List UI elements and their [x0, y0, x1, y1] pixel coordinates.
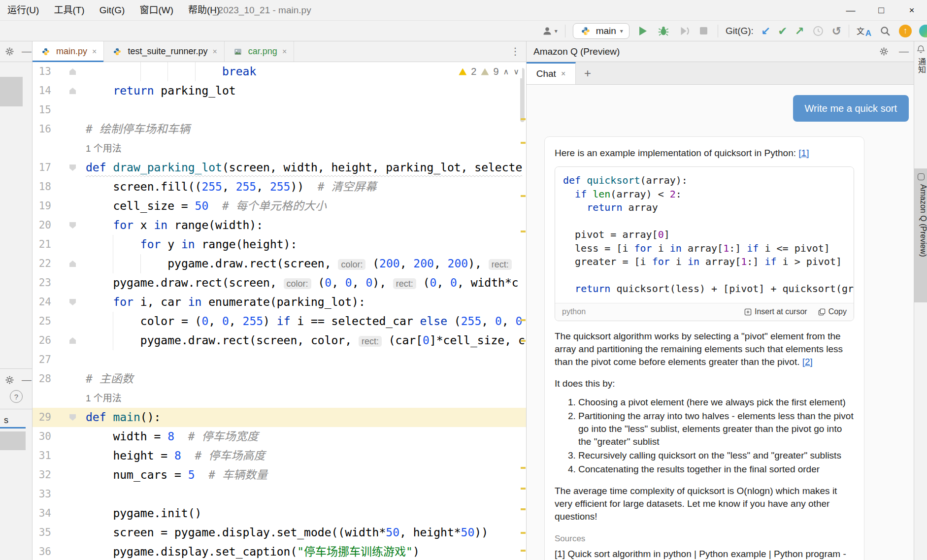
gutter[interactable]: [54, 81, 86, 100]
plugin-icon[interactable]: [919, 25, 927, 37]
gutter[interactable]: [54, 523, 86, 542]
gutter[interactable]: [54, 120, 86, 139]
git-commit-button[interactable]: ✔: [778, 25, 787, 37]
gear-icon[interactable]: [877, 45, 890, 58]
new-chat-tab-button[interactable]: +: [576, 62, 599, 84]
help-icon[interactable]: ?: [10, 390, 23, 403]
fold-marker-icon[interactable]: [69, 299, 76, 305]
user-account-button[interactable]: ▾: [541, 25, 558, 37]
gutter[interactable]: [54, 408, 86, 427]
history-clock-icon[interactable]: [812, 25, 825, 37]
error-stripe-mark[interactable]: [521, 550, 526, 552]
error-stripe-mark[interactable]: [521, 142, 526, 144]
code-text[interactable]: # 主函数: [86, 369, 526, 389]
tab-test-suite-runner-py[interactable]: test_suite_runner.py ×: [104, 41, 224, 62]
close-icon[interactable]: ×: [212, 47, 217, 56]
error-stripe-mark[interactable]: [521, 340, 526, 342]
hide-panel-icon[interactable]: —: [22, 46, 32, 57]
fold-marker-icon[interactable]: [69, 68, 76, 75]
code-text[interactable]: num_cars = 5 # 车辆数量: [86, 465, 526, 485]
gutter[interactable]: [54, 158, 86, 177]
code-text[interactable]: for x in range(width):: [86, 216, 526, 235]
code-text[interactable]: 1 个用法: [86, 139, 526, 158]
fold-marker-icon[interactable]: [69, 414, 76, 421]
code-text[interactable]: screen = pygame.display.set_mode((width*…: [86, 523, 526, 542]
toolwindow-tab-notifications[interactable]: 通知: [914, 58, 927, 73]
error-stripe-mark[interactable]: [521, 532, 526, 534]
rollback-button[interactable]: ↺: [832, 25, 841, 37]
gutter[interactable]: [54, 197, 86, 216]
gutter[interactable]: [54, 216, 86, 235]
error-stripe-mark[interactable]: [521, 195, 526, 197]
error-stripe-mark[interactable]: [521, 508, 526, 510]
gutter[interactable]: [54, 369, 86, 389]
fold-marker-icon[interactable]: [69, 165, 76, 171]
close-icon[interactable]: ×: [561, 69, 565, 78]
gutter[interactable]: [54, 331, 86, 350]
citation-link-2[interactable]: [2]: [802, 357, 813, 367]
gutter[interactable]: [54, 427, 86, 446]
code-text[interactable]: cell_size = 50 # 每个单元格的大小: [86, 197, 526, 216]
menu-run[interactable]: 运行(U): [0, 0, 46, 21]
gutter[interactable]: [54, 177, 86, 197]
gutter[interactable]: [54, 485, 86, 504]
fold-marker-icon[interactable]: [69, 222, 76, 229]
code-text[interactable]: def draw_parking_lot(screen, width, heig…: [86, 158, 526, 177]
gutter[interactable]: [54, 446, 86, 465]
code-text[interactable]: pygame.draw.rect(screen, color: (0, 0, 0…: [86, 273, 526, 293]
code-text[interactable]: color = (0, 0, 255) if i == selected_car…: [86, 312, 526, 331]
insert-at-cursor-button[interactable]: Insert at cursor: [744, 307, 807, 316]
fold-marker-icon[interactable]: [69, 88, 76, 94]
tab-car-png[interactable]: car.png ×: [225, 41, 294, 62]
menu-window[interactable]: 窗口(W): [132, 0, 181, 21]
gutter[interactable]: [54, 465, 86, 485]
code-text[interactable]: height = 8 # 停车场高度: [86, 446, 526, 465]
gutter[interactable]: [54, 100, 86, 120]
maximize-button[interactable]: □: [866, 0, 896, 21]
code-text[interactable]: [86, 100, 526, 120]
gutter[interactable]: [54, 312, 86, 331]
next-issue-button[interactable]: ∨: [513, 67, 519, 76]
tab-options-kebab-icon[interactable]: ⋮: [510, 45, 520, 57]
copy-button[interactable]: Copy: [818, 307, 847, 316]
error-stripe-mark[interactable]: [521, 467, 526, 469]
run-button[interactable]: [637, 25, 650, 37]
code-text[interactable]: width = 8 # 停车场宽度: [86, 427, 526, 446]
stop-button[interactable]: [697, 25, 710, 37]
code-text[interactable]: # 绘制停车场和车辆: [86, 120, 526, 139]
git-update-button[interactable]: ↙: [761, 25, 770, 37]
hide-panel-icon[interactable]: —: [22, 374, 32, 386]
run-configuration-select[interactable]: main ▾: [573, 23, 629, 39]
code-text[interactable]: screen.fill((255, 255, 255)) # 清空屏幕: [86, 177, 526, 197]
fold-marker-icon[interactable]: [69, 261, 76, 267]
ide-update-badge[interactable]: ↑: [899, 25, 912, 37]
code-text[interactable]: def main():: [86, 408, 526, 427]
code-text[interactable]: pygame.draw.rect(screen, color, rect: (c…: [86, 331, 526, 350]
error-stripe-mark[interactable]: [521, 231, 526, 232]
git-push-button[interactable]: ↗: [795, 25, 804, 37]
gutter[interactable]: [54, 254, 86, 273]
tab-chat[interactable]: Chat ×: [527, 62, 576, 84]
fold-marker-icon[interactable]: [69, 337, 76, 344]
toolwindow-tab-amazon-q[interactable]: Amazon Q (Preview): [914, 168, 927, 302]
gutter[interactable]: [54, 542, 86, 560]
gutter[interactable]: [54, 389, 86, 408]
error-stripe-mark[interactable]: [521, 319, 526, 321]
minimize-button[interactable]: —: [835, 0, 866, 21]
coverage-button[interactable]: [677, 25, 690, 37]
error-stripe-mark[interactable]: [521, 488, 526, 490]
source-title-link[interactable]: [1] Quick sort algorithm in python | Pyt…: [555, 548, 854, 560]
gutter[interactable]: [54, 139, 86, 158]
code-text[interactable]: pygame.display.set_caption("停车场挪车训练游戏"): [86, 542, 526, 560]
prev-issue-button[interactable]: ∧: [503, 67, 509, 76]
notifications-bell-icon[interactable]: [914, 41, 927, 54]
debug-button[interactable]: [657, 25, 670, 37]
gutter[interactable]: [54, 293, 86, 312]
code-text[interactable]: 1 个用法: [86, 389, 526, 408]
gutter[interactable]: [54, 273, 86, 293]
close-icon[interactable]: ×: [282, 47, 287, 56]
gutter[interactable]: [54, 62, 86, 81]
inspections-widget[interactable]: 2 9 ∧ ∨: [456, 65, 522, 78]
search-icon[interactable]: [879, 25, 892, 37]
hide-panel-icon[interactable]: —: [899, 46, 909, 57]
